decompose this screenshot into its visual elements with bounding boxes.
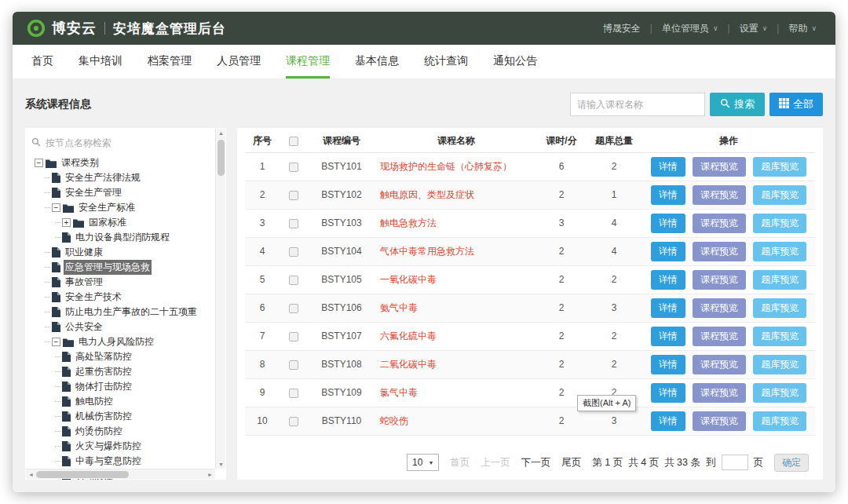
scroll-right-icon[interactable]: ► [207,469,213,480]
tree-node[interactable]: 触电防控 [31,394,212,409]
bank-preview-button[interactable]: 题库预览 [753,327,806,346]
detail-button[interactable]: 详情 [651,355,685,374]
tree-expander-icon[interactable]: − [35,159,43,167]
nav-tab[interactable]: 集中培训 [79,45,122,79]
tree-node-label[interactable]: 安全生产技术 [64,290,123,305]
tree-node[interactable]: 公共安全 [31,320,212,334]
tree-node-label[interactable]: 高处坠落防控 [74,349,133,364]
tree-node[interactable]: 中毒与窒息防控 [31,454,212,469]
tree-node[interactable]: + [31,215,212,230]
detail-button[interactable]: 详情 [651,185,685,205]
first-page-button[interactable]: 首页 [450,456,470,469]
vertical-scrollbar[interactable]: ▲ ▼ [215,129,225,469]
bank-preview-button[interactable]: 题库预览 [753,157,806,177]
tree-node-label[interactable]: 触电防控 [74,394,115,409]
course-name-link[interactable]: 一氧化碳中毒 [380,274,437,285]
menu-settings[interactable]: 设置 ∨ [740,22,768,35]
detail-button[interactable]: 详情 [651,157,685,177]
scroll-down-icon[interactable]: ▼ [216,462,226,467]
tree-node-label[interactable]: 安全生产法律法规 [64,170,142,185]
tree-node-label[interactable]: 中毒与窒息防控 [74,454,143,469]
course-name-link[interactable]: 二氧化碳中毒 [380,359,437,370]
course-preview-button[interactable]: 课程预览 [693,214,746,233]
select-all-checkbox[interactable] [289,137,298,146]
nav-tab[interactable]: 人员管理 [217,45,261,79]
scroll-left-icon[interactable]: ◄ [28,469,34,480]
tree-expander-icon[interactable]: − [52,338,60,346]
detail-button[interactable]: 详情 [651,242,685,261]
nav-tab[interactable]: 首页 [31,45,53,79]
nav-tab[interactable]: 通知公告 [493,45,537,79]
tree-node-label[interactable]: 国家标准 [87,215,128,230]
course-search-input[interactable] [570,93,705,116]
menu-unit-admin[interactable]: 单位管理员 ∨ [662,22,718,35]
tree-node[interactable]: 物体打击防控 [31,379,212,394]
horizontal-scrollbar[interactable]: ◄ ► [26,469,215,479]
course-preview-button[interactable]: 课程预览 [693,270,746,290]
bank-preview-button[interactable]: 题库预览 [753,270,806,290]
tree-node[interactable]: 防止电力生产事故的二十五项重 [31,305,212,320]
nav-tab[interactable]: 档案管理 [148,45,192,79]
tree-node-label[interactable]: 安全生产标准 [77,200,137,215]
detail-button[interactable]: 详情 [651,383,685,403]
tree-node-label[interactable]: 灼烫伤防控 [74,424,124,439]
course-preview-button[interactable]: 课程预览 [693,355,746,374]
goto-confirm-button[interactable]: 确定 [774,454,809,472]
tree-expander-icon[interactable]: − [52,203,60,212]
row-checkbox[interactable] [289,247,298,257]
course-preview-button[interactable]: 课程预览 [693,298,746,318]
bank-preview-button[interactable]: 题库预览 [753,185,806,205]
bank-preview-button[interactable]: 题库预览 [753,355,806,374]
tree-node-label[interactable]: 公共安全 [64,320,104,334]
detail-button[interactable]: 详情 [651,270,685,290]
tree-expander-icon[interactable]: + [62,218,71,227]
tree-node-label[interactable]: 应急管理与现场急救 [64,260,152,275]
row-checkbox[interactable] [289,219,298,228]
scroll-up-icon[interactable]: ▲ [216,130,226,136]
tree-node-label[interactable]: 电力设备典型消防规程 [74,230,171,245]
tree-node[interactable]: 应急管理与现场急救 [31,260,212,275]
nav-tab[interactable]: 基本信息 [355,45,399,79]
course-preview-button[interactable]: 课程预览 [693,327,746,346]
all-button[interactable]: 全部 [769,93,823,116]
tree-filter-input[interactable] [46,137,212,148]
bank-preview-button[interactable]: 题库预览 [753,411,806,431]
row-checkbox[interactable] [289,389,298,398]
bank-preview-button[interactable]: 题库预览 [753,214,806,233]
tree-node[interactable]: 灼烫伤防控 [31,424,212,439]
row-checkbox[interactable] [289,304,298,313]
row-checkbox[interactable] [289,163,298,172]
tree-node[interactable]: 高处坠落防控 [31,349,212,364]
course-name-link[interactable]: 气体中毒常用急救方法 [380,246,474,257]
vertical-scroll-thumb[interactable] [217,140,225,176]
tree-node-label[interactable]: 安全生产管理 [64,185,123,200]
tree-node-label[interactable]: 电力人身风险防控 [77,334,155,349]
tree-node[interactable]: − [31,200,212,215]
tree-node[interactable]: 事故管理 [31,275,212,290]
row-checkbox[interactable] [289,417,298,426]
nav-tab[interactable]: 课程管理 [286,45,330,79]
menu-help[interactable]: 帮助 ∨ [788,22,817,35]
course-preview-button[interactable]: 课程预览 [693,242,746,261]
tree-node-label[interactable]: 防止电力生产事故的二十五项重 [64,305,199,320]
tree-node-label[interactable]: 职业健康 [64,245,104,260]
tree-node[interactable]: − [31,334,212,349]
next-page-button[interactable]: 下一页 [521,456,551,469]
row-checkbox[interactable] [289,332,298,341]
goto-page-input[interactable] [722,455,748,470]
course-name-link[interactable]: 触电原因、类型及症状 [380,189,474,200]
horizontal-scroll-thumb[interactable] [36,471,129,478]
course-preview-button[interactable]: 课程预览 [693,157,746,177]
tree-node[interactable]: 火灾与爆炸防控 [31,439,212,454]
tree-node[interactable]: 电力设备典型消防规程 [31,230,212,245]
tree-node[interactable]: 安全生产管理 [31,185,212,200]
tree-node-label[interactable]: 机械伤害防控 [74,409,133,424]
tree-node[interactable]: − [31,155,212,170]
course-name-link[interactable]: 触电急救方法 [380,217,437,228]
row-checkbox[interactable] [289,360,298,370]
course-preview-button[interactable]: 课程预览 [693,411,746,431]
course-name-link[interactable]: 氯气中毒 [380,387,418,398]
tree-node-label[interactable]: 物体打击防控 [74,379,133,394]
tree-node[interactable]: 起重伤害防控 [31,364,212,379]
bank-preview-button[interactable]: 题库预览 [753,298,806,318]
